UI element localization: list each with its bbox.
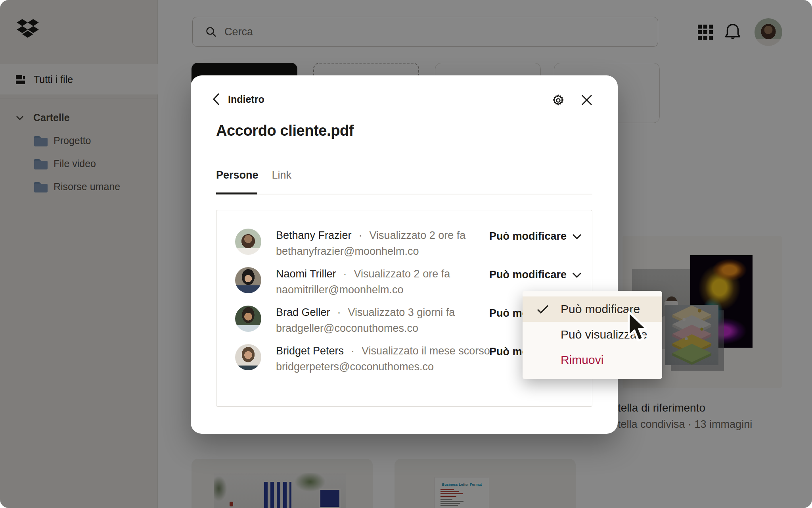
- permission-dropdown-button[interactable]: Può modificare: [489, 230, 573, 242]
- tab-divider: [216, 194, 592, 194]
- chevron-down-icon: [572, 272, 582, 278]
- tab-persone[interactable]: Persone: [216, 169, 259, 181]
- avatar: [235, 229, 261, 255]
- person-status: Visualizzato 2 ore fa: [370, 229, 466, 242]
- permission-dropdown-button[interactable]: Può modificare: [489, 269, 573, 281]
- share-modal: Indietro Accordo cliente.pdf Persone Lin…: [191, 75, 618, 434]
- tab-active-indicator: [216, 192, 257, 194]
- back-button[interactable]: Indietro: [212, 93, 264, 106]
- chevron-left-icon: [212, 93, 220, 106]
- back-label: Indietro: [228, 94, 264, 105]
- permission-menu: Può modificare Può visualizzare Rimuovi: [523, 291, 662, 379]
- person-name: Bridget Peters: [276, 345, 344, 357]
- check-icon: [537, 304, 549, 314]
- person-email: bethanyfrazier@moonhelm.co: [276, 245, 419, 258]
- tab-link[interactable]: Link: [272, 169, 292, 181]
- chevron-down-icon: [572, 234, 582, 239]
- person-status: Visualizzato il mese scorso: [362, 345, 490, 357]
- menu-item-rimuovi[interactable]: Rimuovi: [523, 347, 662, 373]
- avatar: [235, 267, 261, 293]
- tab-bar: Persone Link: [216, 169, 291, 181]
- avatar: [235, 344, 261, 370]
- close-icon[interactable]: [581, 94, 593, 106]
- app-window: Tutti i file Cartelle Progetto File vide…: [0, 0, 812, 508]
- person-status: Visualizzato 2 ore fa: [354, 268, 450, 280]
- menu-item-puo-visualizzare[interactable]: Può visualizzare: [523, 322, 662, 347]
- gear-icon[interactable]: [552, 94, 565, 107]
- person-name: Naomi Triller: [276, 268, 336, 280]
- person-email: bridgerpeters@coconuthomes.co: [276, 361, 434, 373]
- separator-dot: ·: [351, 345, 354, 357]
- separator-dot: ·: [359, 229, 362, 242]
- separator-dot: ·: [343, 268, 347, 280]
- person-status: Visualizzato 3 giorni fa: [348, 306, 455, 319]
- menu-item-puo-modificare[interactable]: Può modificare: [523, 296, 662, 322]
- person-row: Bethany Frazier · Visualizzato 2 ore fa …: [216, 228, 592, 264]
- screen: Tutti i file Cartelle Progetto File vide…: [0, 0, 812, 508]
- avatar: [235, 306, 261, 332]
- person-email: bradgeller@coconuthomes.co: [276, 322, 418, 335]
- person-name: Bethany Frazier: [276, 229, 352, 242]
- modal-title: Accordo cliente.pdf: [216, 122, 354, 139]
- person-email: naomitriller@moonhelm.co: [276, 284, 404, 296]
- person-name: Brad Geller: [276, 306, 330, 319]
- separator-dot: ·: [337, 306, 341, 319]
